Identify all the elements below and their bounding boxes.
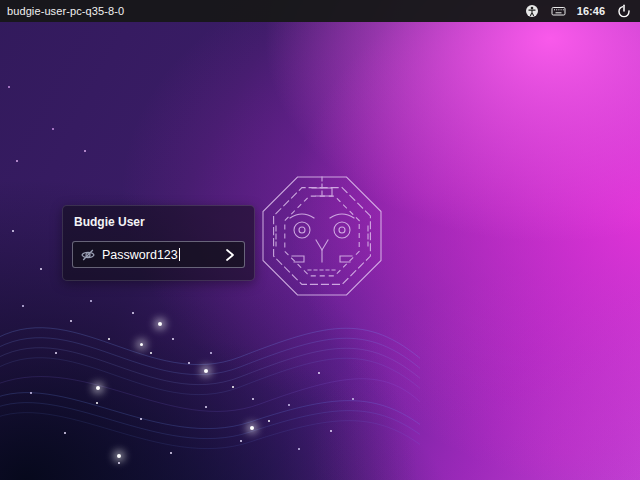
budgie-maze-emblem xyxy=(252,166,392,306)
top-panel: budgie-user-pc-q35-8-0 16:46 xyxy=(0,0,640,22)
bright-star-decoration xyxy=(250,426,254,430)
bright-star-decoration xyxy=(140,343,143,346)
login-panel: Budgie User Password123 xyxy=(62,205,255,281)
text-caret xyxy=(179,248,180,261)
status-tray: 16:46 xyxy=(525,4,640,19)
password-input[interactable]: Password123 xyxy=(102,248,178,262)
bright-star-decoration xyxy=(158,322,162,326)
bright-star-decoration xyxy=(204,369,208,373)
clock: 16:46 xyxy=(577,5,605,17)
lock-screen: budgie-user-pc-q35-8-0 16:46 xyxy=(0,0,640,480)
power-icon[interactable] xyxy=(616,4,631,19)
hostname-label: budgie-user-pc-q35-8-0 xyxy=(0,5,124,17)
bright-star-decoration xyxy=(117,454,121,458)
wave-lines-decoration xyxy=(0,272,420,480)
keyboard-layout-icon[interactable] xyxy=(551,4,566,19)
username-label: Budgie User xyxy=(63,206,254,229)
password-field[interactable]: Password123 xyxy=(72,241,245,268)
eye-off-icon[interactable] xyxy=(79,246,97,264)
accessibility-icon[interactable] xyxy=(525,4,540,19)
bright-star-decoration xyxy=(96,386,100,390)
login-submit-button[interactable] xyxy=(220,244,240,266)
